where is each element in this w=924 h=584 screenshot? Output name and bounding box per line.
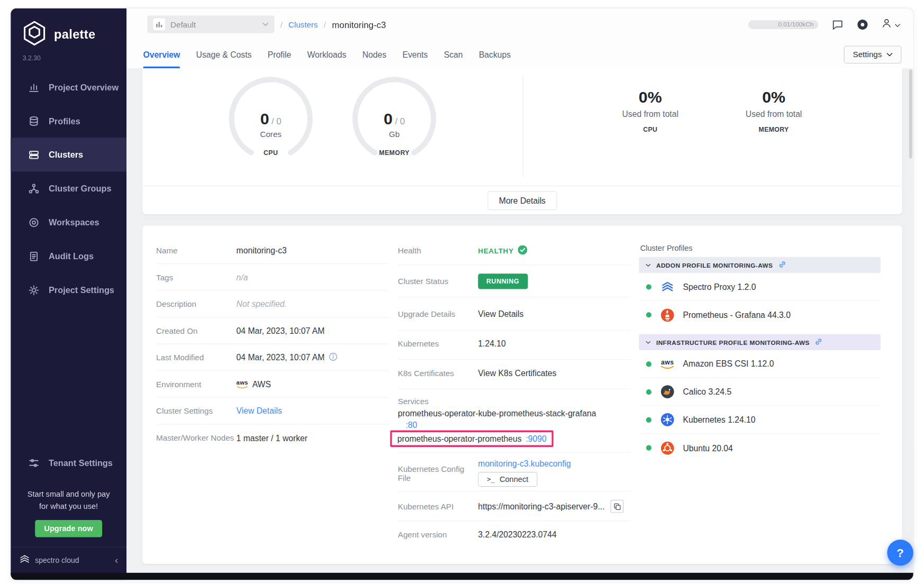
palette-app-window: palette 3.2.30 Project Overview Profiles…	[11, 8, 913, 580]
pack-status-dot	[646, 312, 651, 317]
addon-profile-header[interactable]: ADDON PROFILE MONITORING-AWS	[639, 257, 881, 273]
pack-status-dot	[646, 361, 651, 367]
main-area: Default / Clusters / monitoring-c3 0.01/…	[126, 8, 913, 580]
topbar: Default / Clusters / monitoring-c3 0.01/…	[126, 8, 913, 41]
view-k8s-certificates-link[interactable]: View K8s Certificates	[478, 369, 556, 378]
window-bottom-edge	[11, 573, 913, 580]
sidebar-item-clusters[interactable]: Clusters	[11, 138, 126, 171]
profiles-icon	[29, 115, 39, 126]
profile-link-icon[interactable]	[778, 261, 786, 270]
sidebar-collapse-button[interactable]: ‹	[115, 555, 118, 565]
cpu-usage-percent: 0% Used from total CPU	[585, 88, 715, 133]
pack-kubernetes[interactable]: Kubernetes 1.24.10	[639, 406, 881, 434]
notifications-icon[interactable]	[857, 19, 868, 30]
footer-brand-name: spectro cloud	[35, 556, 79, 564]
chat-icon[interactable]	[831, 18, 844, 31]
tab-backups[interactable]: Backups	[479, 40, 511, 68]
tab-workloads[interactable]: Workloads	[307, 40, 346, 68]
infrastructure-profile-items: aws Amazon EBS CSI 1.12.0 Calico 3.24.5	[639, 350, 881, 462]
cluster-status-row: Cluster Status RUNNING	[398, 273, 636, 289]
more-details-row: More Details	[142, 186, 902, 214]
healthy-check-icon	[518, 245, 527, 256]
copy-api-url-button[interactable]	[611, 500, 624, 513]
breadcrumb-separator: /	[324, 20, 326, 29]
screenshot-frame: palette 3.2.30 Project Overview Profiles…	[0, 0, 924, 584]
detail-row-master-worker-nodes: Master/Worker Nodes 1 master / 1 worker	[156, 424, 389, 451]
chevron-down-icon	[262, 23, 268, 26]
connect-button[interactable]: >_ Connect	[478, 472, 537, 487]
topbar-right: 0.01/100kCh	[748, 18, 900, 31]
tab-profile[interactable]: Profile	[268, 40, 292, 68]
kubernetes-icon	[660, 412, 675, 427]
tab-overview[interactable]: Overview	[143, 40, 180, 68]
gauge-divider	[522, 76, 523, 178]
kubernetes-version-row: Kubernetes 1.24.10	[398, 339, 636, 349]
terminal-icon: >_	[487, 476, 495, 483]
usage-meter: 0.01/100kCh	[748, 20, 818, 29]
sidebar-item-workspaces[interactable]: Workspaces	[11, 205, 126, 239]
profile-link-icon[interactable]	[815, 337, 823, 346]
tab-scan[interactable]: Scan	[444, 40, 463, 68]
project-icon	[153, 19, 165, 30]
project-settings-icon	[29, 285, 39, 295]
grafana-service-port-link[interactable]: :80	[405, 420, 417, 430]
pack-calico[interactable]: Calico 3.24.5	[639, 378, 881, 406]
cluster-groups-icon	[29, 183, 39, 194]
tab-nodes[interactable]: Nodes	[363, 40, 386, 68]
sidebar-item-project-settings[interactable]: Project Settings	[11, 273, 126, 307]
upgrade-now-button[interactable]: Upgrade now	[35, 520, 102, 537]
sidebar-item-label: Clusters	[49, 150, 83, 159]
sidebar-bottom: Tenant Settings Start small and only pay…	[11, 446, 126, 573]
cluster-settings-view-details-link[interactable]: View Details	[237, 406, 282, 416]
infrastructure-profile-header[interactable]: INFRASTRUCTURE PROFILE MONITORING-AWS	[639, 334, 881, 350]
pack-spectro-proxy[interactable]: Spectro Proxy 1.2.0	[639, 273, 881, 301]
sidebar: palette 3.2.30 Project Overview Profiles…	[11, 8, 126, 580]
sidebar-item-cluster-groups[interactable]: Cluster Groups	[11, 171, 126, 205]
pack-status-dot	[646, 284, 651, 289]
settings-button[interactable]: Settings	[844, 45, 902, 63]
calico-icon	[660, 384, 675, 399]
sidebar-item-label: Audit Logs	[49, 251, 94, 261]
services-label: Services	[398, 397, 429, 406]
breadcrumb-current: monitoring-c3	[332, 19, 386, 29]
running-status-badge: RUNNING	[478, 273, 528, 289]
pack-amazon-ebs-csi[interactable]: aws Amazon EBS CSI 1.12.0	[639, 350, 881, 378]
health-status: HEALTHY	[478, 245, 527, 256]
sidebar-item-tenant-settings[interactable]: Tenant Settings	[11, 446, 126, 480]
pack-status-dot	[646, 389, 651, 395]
tenant-settings-icon	[29, 458, 39, 468]
info-icon[interactable]	[329, 352, 337, 362]
pack-prometheus-grafana[interactable]: Prometheus - Grafana 44.3.0	[639, 301, 881, 329]
sidebar-item-project-overview[interactable]: Project Overview	[11, 70, 126, 104]
tab-usage-costs[interactable]: Usage & Costs	[196, 40, 252, 68]
detail-row-name: Name monitoring-c3	[156, 238, 389, 264]
pack-ubuntu[interactable]: Ubuntu 20.04	[639, 434, 881, 462]
spectro-proxy-icon	[660, 279, 675, 294]
sidebar-item-audit-logs[interactable]: Audit Logs	[11, 239, 126, 273]
breadcrumb-clusters-link[interactable]: Clusters	[288, 20, 318, 29]
tab-events[interactable]: Events	[402, 40, 428, 68]
sidebar-item-label: Cluster Groups	[49, 184, 111, 193]
kubeconfig-download-link[interactable]: monitoring-c3.kubeconfig	[478, 459, 571, 468]
cpu-gauge: 0/ 0 Cores CPU	[223, 74, 319, 163]
more-details-button[interactable]: More Details	[487, 191, 557, 210]
brand-name: palette	[54, 28, 95, 42]
project-selector[interactable]: Default	[147, 15, 274, 33]
clusters-icon	[29, 149, 39, 160]
sidebar-item-profiles[interactable]: Profiles	[11, 104, 126, 138]
upgrade-details-row: Upgrade Details View Details	[398, 309, 636, 319]
scrollbar-thumb[interactable]	[909, 69, 912, 158]
agent-version-row: Agent version 3.2.4/20230223.0744	[398, 530, 636, 539]
kubernetes-api-row: Kubernetes API https://monitoring-c3-api…	[398, 500, 636, 513]
upgrade-view-details-link[interactable]: View Details	[478, 309, 523, 319]
breadcrumb-separator: /	[280, 20, 283, 29]
details-middle-column: Health HEALTHY Cluster Status RUNNING	[398, 225, 636, 564]
addon-profile-items: Spectro Proxy 1.2.0 Prometheus - Grafana…	[639, 273, 881, 328]
help-button[interactable]: ?	[887, 540, 913, 565]
prometheus-service-port-link[interactable]: :9090	[526, 434, 546, 443]
project-overview-icon	[29, 81, 39, 92]
memory-gauge-caption: MEMORY	[347, 149, 442, 156]
app-root: palette 3.2.30 Project Overview Profiles…	[0, 0, 924, 584]
user-menu[interactable]	[881, 18, 900, 31]
workspaces-icon	[29, 217, 39, 227]
